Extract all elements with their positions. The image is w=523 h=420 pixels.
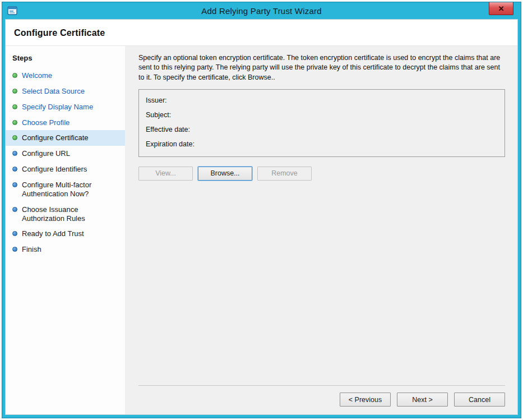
sidebar-item-specify-display-name[interactable]: Specify Display Name <box>6 99 125 115</box>
window-title: Add Relying Party Trust Wizard <box>5 6 518 16</box>
titlebar[interactable]: Add Relying Party Trust Wizard ✕ <box>5 2 518 19</box>
next-button[interactable]: Next > <box>397 393 448 407</box>
step-done-icon <box>12 120 17 125</box>
step-pending-icon <box>12 151 17 156</box>
sidebar-item-choose-profile[interactable]: Choose Profile <box>6 115 125 131</box>
sidebar-item-welcome[interactable]: Welcome <box>6 68 125 84</box>
sidebar-item-configure-certificate: Configure Certificate <box>6 130 125 146</box>
page-title: Configure Certificate <box>14 28 508 38</box>
step-done-icon <box>12 104 17 109</box>
page-header: Configure Certificate <box>6 20 517 46</box>
cert-field-effective-date: Effective date: <box>146 124 498 139</box>
remove-button: Remove <box>257 167 312 181</box>
description-text: Specify an optional token encryption cer… <box>138 53 505 82</box>
sidebar-item-choose-issuance-rules: Choose Issuance Authorization Rules <box>6 202 125 227</box>
step-pending-icon <box>12 182 17 187</box>
cert-field-issuer: Issuer: <box>146 95 498 109</box>
steps-sidebar: Steps Welcome Select Data Source Specify… <box>6 46 125 414</box>
wizard-window: Add Relying Party Trust Wizard ✕ Configu… <box>2 2 521 418</box>
sidebar-item-configure-url: Configure URL <box>6 146 125 161</box>
step-pending-icon <box>12 207 17 212</box>
certificate-groupbox: Issuer: Subject: Effective date: Expirat… <box>138 89 505 157</box>
view-button: View... <box>138 167 193 181</box>
step-pending-icon <box>12 231 17 236</box>
steps-list: Welcome Select Data Source Specify Displ… <box>6 68 125 257</box>
sidebar-item-ready-to-add-trust: Ready to Add Trust <box>6 226 125 242</box>
step-done-icon <box>12 89 17 94</box>
wizard-footer: < Previous Next > Cancel <box>138 385 505 407</box>
steps-heading: Steps <box>6 52 125 68</box>
sidebar-item-finish: Finish <box>6 242 125 257</box>
wizard-content: Steps Welcome Select Data Source Specify… <box>6 46 517 414</box>
sidebar-item-select-data-source[interactable]: Select Data Source <box>6 84 125 99</box>
step-done-icon <box>12 73 17 78</box>
sidebar-item-configure-identifiers: Configure Identifiers <box>6 161 125 177</box>
close-button[interactable]: ✕ <box>489 2 513 15</box>
certificate-actions: View... Browse... Remove <box>138 167 505 181</box>
main-pane: Specify an optional token encryption cer… <box>125 46 517 414</box>
browse-button[interactable]: Browse... <box>198 167 252 181</box>
sidebar-item-configure-mfa: Configure Multi-factor Authentication No… <box>6 177 125 202</box>
cancel-button[interactable]: Cancel <box>454 393 505 407</box>
wizard-frame: Configure Certificate Steps Welcome Sele… <box>5 19 518 415</box>
step-pending-icon <box>12 167 17 172</box>
cert-field-subject: Subject: <box>146 109 498 124</box>
previous-button[interactable]: < Previous <box>340 393 391 407</box>
step-current-icon <box>12 135 17 140</box>
step-pending-icon <box>12 247 17 252</box>
cert-field-expiration-date: Expiration date: <box>146 139 498 153</box>
